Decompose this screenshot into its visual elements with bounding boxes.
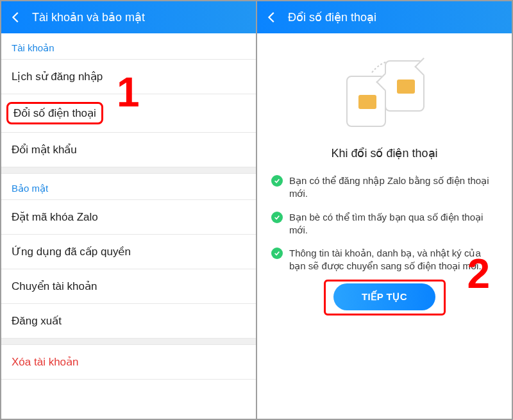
info-heading: Khi đổi số điện thoại — [257, 146, 512, 160]
sim-swap-illustration — [333, 56, 436, 133]
menu-item-label: Đổi số điện thoại — [13, 107, 96, 119]
screen-account-security: Tài khoản và bảo mật Tài khoản Lịch sử đ… — [1, 1, 257, 419]
menu-item-delete-account[interactable]: Xóa tài khoản — [1, 345, 256, 380]
annotation-highlight-box — [324, 280, 446, 315]
bullet-text: Bạn bè có thể tìm thấy bạn qua số điện t… — [289, 211, 498, 237]
back-icon[interactable] — [9, 10, 23, 24]
screen-change-phone: Đổi số điện thoại Khi đổi số điện thoại … — [257, 1, 512, 419]
menu-item-switch-account[interactable]: Chuyển tài khoản — [1, 269, 256, 304]
info-bullet: Bạn có thể đăng nhập Zalo bằng số điện t… — [271, 174, 498, 201]
page-title: Đổi số điện thoại — [288, 10, 376, 24]
change-phone-info: Khi đổi số điện thoại Bạn có thể đăng nh… — [257, 33, 512, 419]
sim-icon — [346, 76, 386, 127]
menu-item-lock-code[interactable]: Đặt mã khóa Zalo — [1, 200, 256, 235]
annotation-step-2: 2 — [467, 250, 490, 298]
menu-item-logout[interactable]: Đăng xuất — [1, 304, 256, 339]
section-separator — [1, 167, 256, 174]
bullet-text: Thông tin tài khoản, danh bạ, và nhật ký… — [289, 247, 498, 273]
header-bar: Đổi số điện thoại — [257, 1, 512, 33]
bullet-text: Bạn có thể đăng nhập Zalo bằng số điện t… — [289, 174, 498, 201]
menu-item-change-password[interactable]: Đổi mật khẩu — [1, 133, 256, 167]
sim-icon — [385, 60, 425, 112]
check-icon — [271, 248, 283, 259]
header-bar: Tài khoản và bảo mật — [1, 1, 256, 33]
section-separator — [1, 339, 256, 345]
back-icon[interactable] — [265, 10, 279, 24]
annotation-step-1: 1 — [117, 69, 140, 116]
info-bullet: Bạn bè có thể tìm thấy bạn qua số điện t… — [271, 211, 498, 237]
section-label-account: Tài khoản — [1, 33, 256, 60]
check-icon — [271, 212, 283, 223]
menu-item-permitted-apps[interactable]: Ứng dụng đã cấp quyền — [1, 235, 256, 269]
check-icon — [271, 175, 283, 187]
section-label-security: Bảo mật — [1, 174, 256, 200]
info-bullet: Thông tin tài khoản, danh bạ, và nhật ký… — [271, 247, 498, 273]
annotation-highlight-box: Đổi số điện thoại — [6, 102, 103, 124]
page-title: Tài khoản và bảo mật — [32, 10, 145, 24]
